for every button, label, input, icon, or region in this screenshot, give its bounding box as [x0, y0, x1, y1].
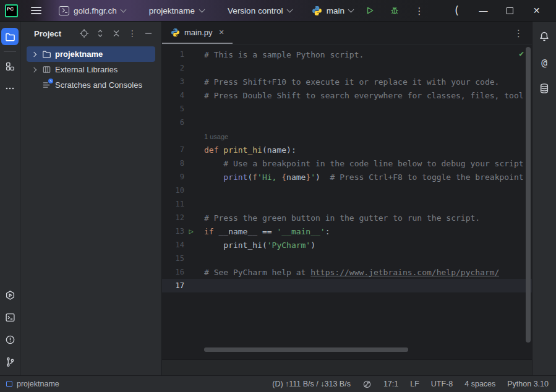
vcs-selector[interactable]: Version control [224, 4, 296, 17]
tab-main-py[interactable]: main.py ✕ [162, 22, 233, 44]
remote-host-selector[interactable]: gold.fhgr.ch [55, 4, 129, 17]
code-text: print_hi('PyCharm') [204, 241, 315, 250]
code-line-14[interactable]: 14 print_hi('PyCharm') [162, 238, 532, 252]
code-line-4[interactable]: 4# Press Double Shift to search everywhe… [162, 88, 532, 102]
chevron-right-icon[interactable] [32, 67, 36, 72]
minimize-button[interactable]: — [470, 1, 497, 20]
gutter: 13▷ [162, 227, 204, 236]
tree-item-projektname[interactable]: projektname [27, 46, 155, 62]
folder-icon [5, 32, 15, 42]
code-line-17[interactable]: 17 [162, 279, 532, 292]
version-control-tool-button[interactable] [1, 353, 19, 370]
editor-options-kebab-icon[interactable]: ⋮ [514, 28, 523, 38]
close-button[interactable]: ✕ [523, 1, 550, 20]
python-logo-icon [312, 6, 322, 16]
code-line-16[interactable]: 16# See PyCharm help at https://www.jetb… [162, 265, 532, 279]
tree-item-scratches[interactable]: Scratches and Consoles [27, 77, 155, 93]
gutter: 16 [162, 268, 204, 276]
project-panel-header: Project [20, 22, 161, 45]
code-line-2[interactable]: 2 [162, 61, 532, 75]
workspace-toggle-button[interactable]: ( [443, 1, 470, 20]
run-line-icon[interactable]: ▷ [184, 227, 198, 236]
line-number: 8 [162, 159, 184, 168]
tab-close-icon[interactable]: ✕ [217, 27, 226, 38]
code-line-11[interactable]: 11 [162, 197, 532, 211]
expand-all-button[interactable] [93, 27, 107, 40]
database-button[interactable] [537, 81, 552, 96]
tree-item-external-libraries[interactable]: External Libraries [27, 62, 155, 77]
chevron-right-icon[interactable] [32, 51, 36, 56]
code-line-9[interactable]: 9 print(f'Hi, {name}') # Press Ctrl+F8 t… [162, 170, 532, 184]
minus-icon [143, 28, 153, 38]
more-actions-button[interactable]: ⋮ [411, 2, 427, 19]
tab-label: main.py [184, 28, 213, 37]
line-number: 5 [162, 104, 184, 113]
more-tool-windows-button[interactable] [1, 80, 19, 97]
project-tool-button[interactable] [1, 28, 19, 45]
interpreter-widget[interactable]: Python 3.10 [507, 380, 549, 388]
line-ending-widget[interactable]: LF [410, 380, 419, 388]
gutter: 7 [162, 145, 204, 154]
gutter: 8 [162, 159, 204, 168]
main-menu-icon[interactable] [31, 7, 41, 14]
code-line-1[interactable]: 1# This is a sample Python script. [162, 48, 532, 61]
vertical-scrollbar[interactable] [526, 47, 531, 343]
title-bar: PC gold.fhgr.ch projektname Version cont… [0, 0, 556, 22]
code-text: # Press Shift+F10 to execute it or repla… [204, 77, 499, 87]
status-bar: projektname (D) ↑111 B/s / ↓313 B/s 17:1… [0, 375, 556, 392]
maximize-button[interactable] [497, 1, 523, 20]
code-line-10[interactable]: 10 [162, 184, 532, 197]
code-line-5[interactable]: 5 [162, 102, 532, 116]
project-square-icon [6, 381, 12, 387]
ellipsis-icon [5, 83, 15, 93]
run-configuration-selector[interactable]: main [312, 6, 353, 16]
line-number: 1 [162, 50, 184, 59]
ai-swirl-icon: @ [541, 57, 547, 69]
services-tool-button[interactable] [1, 286, 19, 304]
inspections-check-icon[interactable]: ✔ [519, 49, 524, 58]
encoding-widget[interactable]: UTF-8 [431, 380, 453, 388]
close-icon: ✕ [533, 6, 541, 15]
plugins-tool-button[interactable] [1, 58, 19, 75]
git-branch-icon [5, 357, 15, 367]
code-line-8[interactable]: 8 # Use a breakpoint in the code line be… [162, 156, 532, 170]
unfold-icon [95, 28, 105, 38]
code-line-12[interactable]: 12# Press the green button in the gutter… [162, 211, 532, 224]
usages-inlay-hint[interactable]: 1 usage [204, 133, 228, 140]
bell-icon [539, 31, 550, 42]
right-tool-stripe: @ [532, 22, 556, 375]
network-stats-widget[interactable]: (D) ↑111 B/s / ↓313 B/s [272, 380, 351, 388]
code-line-3[interactable]: 3# Press Shift+F10 to execute it or repl… [162, 75, 532, 88]
panel-options-button[interactable]: ⋮ [126, 27, 139, 40]
code-line-6[interactable]: 6 [162, 116, 532, 129]
code-line-15[interactable]: 15 [162, 252, 532, 265]
editor-column: main.py ✕ ⋮ 1# This is a sample Python s… [162, 22, 532, 375]
gutter: 15 [162, 254, 204, 263]
collapse-all-button[interactable] [109, 27, 123, 40]
code-line-7[interactable]: 7def print_hi(name): [162, 143, 532, 156]
locate-file-button[interactable] [77, 27, 91, 40]
project-selector[interactable]: projektname [145, 4, 208, 17]
code-editor[interactable]: 1# This is a sample Python script.23# Pr… [162, 45, 532, 359]
code-line-13[interactable]: 13▷if __name__ == '__main__': [162, 224, 532, 238]
run-button[interactable] [362, 2, 378, 19]
problems-tool-button[interactable] [1, 331, 19, 348]
crosshair-icon [79, 28, 89, 38]
highlighting-widget[interactable] [362, 380, 372, 389]
status-project-widget[interactable]: projektname [6, 380, 59, 388]
terminal-tool-button[interactable] [1, 309, 19, 326]
indent-widget[interactable]: 4 spaces [464, 380, 495, 388]
notifications-button[interactable] [537, 29, 552, 44]
ai-assistant-button[interactable]: @ [537, 55, 552, 70]
horizontal-scrollbar[interactable] [204, 347, 408, 352]
code-text: # Press Double Shift to search everywher… [204, 91, 524, 100]
line-number: 15 [162, 254, 184, 263]
inlay-hint-row[interactable]: 1 usage [162, 129, 532, 143]
status-project-label: projektname [17, 380, 59, 388]
gutter: 11 [162, 200, 204, 208]
debug-button[interactable] [387, 2, 403, 19]
hide-panel-button[interactable] [142, 27, 155, 40]
gutter: 12 [162, 213, 204, 222]
caret-position-widget[interactable]: 17:1 [383, 380, 398, 388]
line-number: 7 [162, 145, 184, 154]
